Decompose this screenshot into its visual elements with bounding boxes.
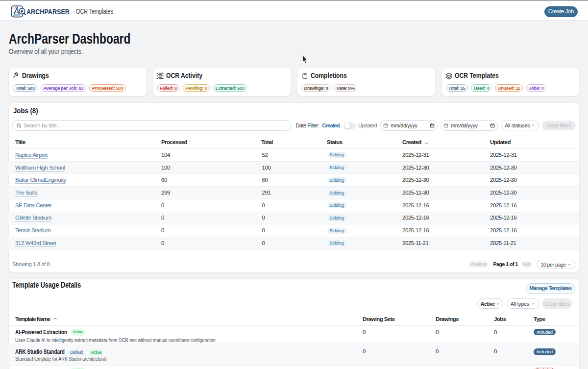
svg-text:P: P: [21, 9, 24, 13]
